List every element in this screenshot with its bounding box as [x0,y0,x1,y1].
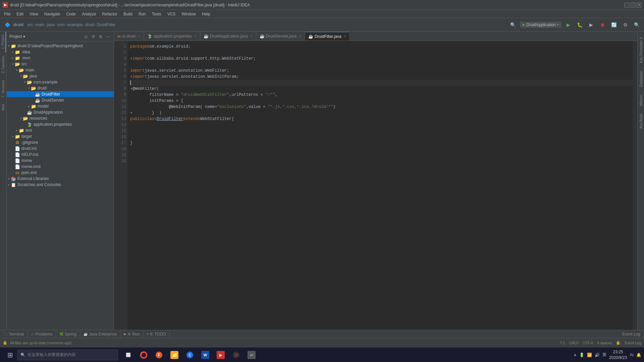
window-controls[interactable]: ─ □ ✕ [625,3,641,7]
task-view-btn[interactable]: ⬜ [121,348,136,362]
tree-item[interactable]: 📄 HELP.md [7,152,114,158]
tree-item[interactable]: ▸ 📁 target [7,133,114,139]
taskbar-app-2[interactable]: F [152,348,166,362]
tree-arrow[interactable]: ▸ [15,129,19,132]
tab-close-button[interactable]: ✕ [299,35,301,38]
code-line[interactable] [130,134,633,140]
menu-item-run[interactable]: Run [136,11,149,17]
editor-tab[interactable]: ☕DruidFilter.java✕ [305,32,350,41]
tree-arrow[interactable]: ▸ [11,56,15,60]
tray-overflow[interactable]: ∧ [574,353,577,357]
close-button[interactable]: ✕ [637,3,641,7]
code-line[interactable]: import javax.servlet.annotation.WebFilte… [130,68,633,74]
tree-arrow[interactable]: ▾ [7,44,11,48]
editor-tab[interactable]: mm druid✕ [114,32,144,41]
menu-item-view[interactable]: View [27,11,41,17]
menu-item-build[interactable]: Build [121,11,135,17]
code-line[interactable] [130,128,633,134]
tree-item[interactable]: ▾ 📂 druid [7,85,114,91]
menu-item-code[interactable]: Code [63,11,78,17]
tree-arrow[interactable]: ▾ [27,86,31,90]
tree-item[interactable]: ▸ 📁 model [7,103,114,109]
menu-item-edit[interactable]: Edit [14,11,26,17]
toolbar-settings[interactable]: ⚙ [621,20,630,29]
run-with-coverage[interactable]: ▶ [586,20,596,29]
code-editor[interactable]: 1234567891011121314151617181920 package … [114,41,637,330]
code-line[interactable]: ▾import javax.servlet.annotation.WebInit… [130,74,633,80]
right-tab-key-promoter[interactable]: Key Promoter X [638,34,644,66]
breadcrumb-current[interactable]: DruidFilter [97,22,115,27]
tree-arrow[interactable]: ▾ [19,74,23,78]
tree-item[interactable]: ▾ 📂 resources [7,115,114,121]
tree-arrow[interactable]: ▾ [23,80,27,84]
code-content[interactable]: package com.example.druid; ▾import com.a… [127,41,633,330]
code-line[interactable] [130,152,633,158]
code-line[interactable]: initParams = { [130,98,633,104]
code-line[interactable] [130,122,633,128]
bottom-tab-6:-todo[interactable]: ≡6: TODO [143,330,169,338]
tree-item[interactable]: ☕ DruidApplication [7,109,114,115]
tree-arrow[interactable]: ▾ [15,68,19,72]
bottom-tab-java-enterprise[interactable]: ☕Java Enterprise [80,330,120,338]
expand-icon[interactable]: ⊞ [98,34,104,40]
code-line[interactable] [130,158,633,164]
tree-item[interactable]: ▾ 📂 java [7,73,114,79]
code-line[interactable]: public class DruidFilter extends WebStat… [130,116,633,122]
toolbar-search[interactable]: 🔍 [632,20,641,29]
right-tab-maven[interactable]: Maven [638,92,644,109]
code-line[interactable]: @WebInitParam( name="exclusions",value =… [130,104,633,110]
tree-arrow[interactable]: ▸ [27,105,31,108]
encoding[interactable]: UTF-8 [583,341,593,345]
breadcrumb-main[interactable]: main [36,22,44,27]
tree-arrow[interactable]: ▸ [11,50,15,54]
run-config-dropdown[interactable]: ▶ DruidApplication ▾ [520,22,561,28]
locate-icon[interactable]: ◎ [83,34,89,40]
code-line[interactable]: ▾@WebFilter( [130,86,633,92]
menu-item-vcs[interactable]: VCS [165,11,178,17]
code-line[interactable]: package com.example.druid; [130,44,633,50]
menu-item-navigate[interactable]: Navigate [42,11,63,17]
tree-arrow[interactable]: ▸ [7,183,11,186]
stop-button[interactable]: ⏹ [598,20,607,29]
vtab-project[interactable]: 1: Project [0,32,6,52]
code-line[interactable] [130,50,633,56]
code-line[interactable]: } [130,140,633,146]
code-line[interactable]: ▾import com.alibaba.druid.support.http.W… [130,56,633,62]
bottom-tab-terminal[interactable]: ⬛Terminal [0,330,28,338]
breadcrumb-com[interactable]: com [57,22,65,27]
taskbar-app-1[interactable]: ⭕ [136,348,151,362]
tree-item[interactable]: 📄 mvnw [7,158,114,164]
right-tab-ant-build[interactable]: Ant Build [638,111,644,131]
tree-item[interactable]: ▸ 📚 External Libraries [7,176,114,182]
tab-close-button[interactable]: ✕ [250,35,253,38]
tree-item[interactable]: m pom.xml [7,170,114,176]
editor-tab[interactable]: ☕DruidServlet.java✕ [256,32,305,41]
tree-item[interactable]: ⚙ .gitignore [7,139,114,145]
project-dropdown[interactable]: 🔷 [3,20,12,29]
breadcrumb-src[interactable]: src [28,22,33,27]
breadcrumb-example[interactable]: example [67,22,83,27]
code-line[interactable] [130,80,633,86]
taskbar-app-5[interactable]: W [198,348,213,362]
line-ending[interactable]: CRLF [569,341,579,345]
vtab-structure[interactable]: 7: Structure [1,77,6,101]
editor-tab[interactable]: 🍃application.properties✕ [144,32,200,41]
tree-item[interactable]: 📄 mvnw.cmd [7,164,114,170]
taskbar-app-7[interactable]: ᐳ [229,348,244,362]
tree-item[interactable]: ▸ 📁 test [7,127,114,133]
taskbar-search[interactable]: 🔍 在这里输入你要搜索的内容 [17,350,118,360]
tree-item[interactable]: 🍃 application.properties [7,121,114,127]
menu-item-tools[interactable]: Tools [149,11,164,17]
time-area[interactable]: 23:25 2020/9/23 [609,349,627,361]
breadcrumb-java[interactable]: java [47,22,54,27]
toolbar-search-btn[interactable]: 🔍 [508,20,518,29]
tree-item[interactable]: 📄 druid.iml [7,145,114,152]
tree-item[interactable]: ▾ 📂 src [7,61,114,67]
vtab-web[interactable]: Web [1,101,6,114]
tree-item[interactable]: ▾ 📂 main [7,67,114,73]
minimize-button[interactable]: ─ [625,3,629,7]
close-sidebar-icon[interactable]: — [105,34,111,40]
editor-tab[interactable]: ☕DruidApplication.java✕ [200,32,256,41]
bottom-tab-problems[interactable]: ⚠Problems [28,330,56,338]
settings-icon[interactable]: ⚙ [90,34,96,40]
